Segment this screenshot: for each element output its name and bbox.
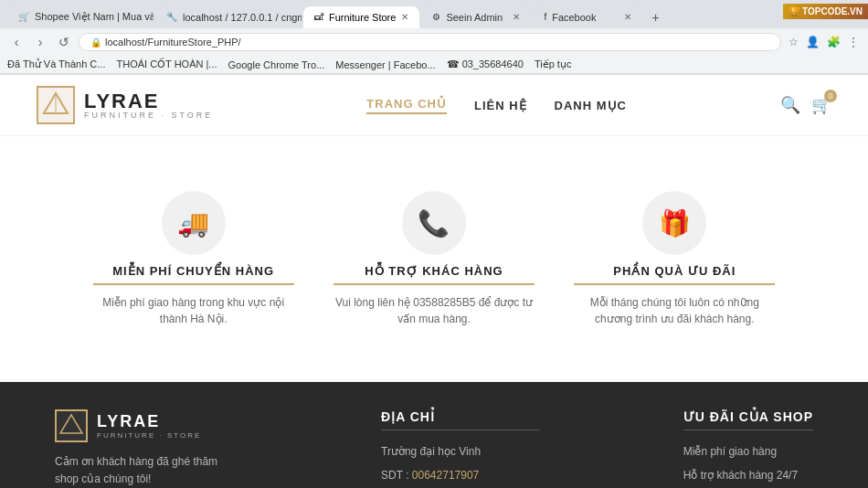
tab-label: localhost / 127.0.0.1 / cngm /... — [183, 12, 302, 23]
header-icons: 🔍 🛒 0 — [780, 95, 831, 115]
feature-gift: 🎁 PHẦN QUÀ ƯU ĐÃI Mỗi tháng chúng tôi lu… — [574, 191, 775, 327]
feature-support-desc: Vui lòng liên hệ 03588285B5 để được tư v… — [333, 294, 535, 327]
tab-furniture[interactable]: 🛋 Furniture Store ✕ — [303, 6, 419, 28]
lock-icon: 🔒 — [90, 37, 101, 48]
feature-shipping-desc: Miễn phí giao hàng trong khu vực nội thà… — [93, 294, 294, 327]
tab-close-facebook[interactable]: ✕ — [624, 12, 631, 22]
bookmark-phone[interactable]: ☎ 03_35684640 — [447, 58, 524, 70]
site-footer: LYRAE FURNITURE · STORE Cảm ơn khách hàn… — [0, 382, 868, 488]
browser-chrome: 🛒 Shopee Việt Nam | Mua và Bá... ✕ 🔧 loc… — [0, 0, 868, 75]
bookmark-chrome[interactable]: Google Chrome Tro... — [228, 59, 325, 70]
feature-support-title: HỖ TRỢ KHÁC HÀNG — [333, 264, 535, 285]
search-icon[interactable]: 🔍 — [780, 95, 800, 115]
support-icon: 📞 — [402, 191, 466, 255]
tab-localhost[interactable]: 🔧 localhost / 127.0.0.1 / cngm /... ✕ — [155, 6, 302, 28]
nav-links: TRANG CHỦ LIÊN HỆ DANH MỤC — [366, 97, 627, 114]
footer-logo-row: LYRAE FURNITURE · STORE — [55, 409, 238, 442]
footer-tagline: Cảm ơn khách hàng đã ghé thăm shop của c… — [55, 453, 238, 488]
nav-lien-he[interactable]: LIÊN HỆ — [474, 99, 527, 112]
footer-brand: LYRAE FURNITURE · STORE Cảm ơn khách hàn… — [55, 409, 238, 488]
logo-icon — [37, 86, 75, 124]
logo-name: LYRAE — [84, 91, 213, 111]
footer-benefit-1: Miễn phí giao hàng — [683, 443, 813, 460]
features-section: 🚚 MIỄN PHÍ CHUYỂN HÀNG Miễn phí giao hàn… — [0, 136, 868, 382]
footer-logo-name: LYRAE — [97, 412, 201, 431]
site-header: LYRAE FURNITURE · STORE TRANG CHỦ LIÊN H… — [0, 75, 868, 136]
feature-shipping: 🚚 MIỄN PHÍ CHUYỂN HÀNG Miễn phí giao hàn… — [93, 191, 294, 327]
footer-benefits-col: ƯU ĐÃI CỦA SHOP Miễn phí giao hàng Hỗ tr… — [683, 409, 813, 488]
footer-address-phone: SDT : 00642717907 — [381, 467, 540, 483]
tab-label: Shopee Việt Nam | Mua và Bá... — [35, 11, 153, 23]
tab-label: Furniture Store — [329, 12, 396, 23]
tab-facebook[interactable]: f Facebook ✕ — [533, 6, 642, 28]
tab-label: Facebook — [552, 12, 596, 23]
address-text: localhost/FurnitureStore_PHP/ — [105, 37, 241, 48]
footer-logo-sub: FURNITURE · STORE — [97, 431, 201, 440]
address-bar-row: ‹ › ↺ 🔒 localhost/FurnitureStore_PHP/ ☆ … — [0, 28, 868, 56]
footer-address-col: ĐỊA CHỈ Trường đại học Vinh SDT : 006427… — [381, 409, 540, 488]
feature-gift-title: PHẦN QUÀ ƯU ĐÃI — [574, 264, 775, 285]
extension-icon[interactable]: 🧩 — [825, 34, 842, 50]
footer-phone-link[interactable]: 00642717907 — [412, 469, 479, 482]
bookmark-thu[interactable]: Đã Thử Và Thành C... — [7, 58, 105, 70]
tab-favicon: 🛒 — [18, 12, 29, 22]
tab-seein[interactable]: ⚙ Seein Admin ✕ — [421, 6, 531, 28]
tab-close-seein[interactable]: ✕ — [513, 12, 520, 22]
nav-danh-muc[interactable]: DANH MỤC — [555, 99, 627, 112]
footer-inner: LYRAE FURNITURE · STORE Cảm ơn khách hàn… — [55, 409, 813, 488]
address-bar[interactable]: 🔒 localhost/FurnitureStore_PHP/ — [79, 33, 781, 51]
feature-support: 📞 HỖ TRỢ KHÁC HÀNG Vui lòng liên hệ 0358… — [333, 191, 535, 327]
bookmark-messenger[interactable]: Messenger | Facebo... — [335, 59, 435, 70]
feature-shipping-title: MIỄN PHÍ CHUYỂN HÀNG — [93, 264, 294, 285]
tab-shopee[interactable]: 🛒 Shopee Việt Nam | Mua và Bá... ✕ — [7, 5, 153, 28]
logo-area: LYRAE FURNITURE · STORE — [37, 86, 213, 124]
refresh-button[interactable]: ↺ — [55, 35, 73, 49]
bookmarks-bar: Đã Thử Và Thành C... THOÁI CỐT HOÀN |...… — [0, 56, 868, 74]
tab-favicon: ⚙ — [432, 12, 440, 22]
topcode-logo-text: 🏆 TOPCODE.VN — [789, 6, 863, 16]
tab-bar: 🛒 Shopee Việt Nam | Mua và Bá... ✕ 🔧 loc… — [0, 0, 868, 28]
website: LYRAE FURNITURE · STORE TRANG CHỦ LIÊN H… — [0, 75, 868, 488]
footer-address-university: Trường đại học Vinh — [381, 443, 540, 460]
shipping-icon: 🚚 — [162, 191, 226, 255]
feature-gift-desc: Mỗi tháng chúng tôi luôn có những chương… — [574, 294, 775, 327]
profile-icon[interactable]: 👤 — [804, 34, 821, 50]
back-button[interactable]: ‹ — [7, 35, 26, 49]
nav-trang-chu[interactable]: TRANG CHỦ — [366, 97, 447, 114]
new-tab-button[interactable]: + — [644, 6, 666, 28]
footer-benefit-2: Hỗ trợ khách hàng 24/7 — [683, 467, 813, 483]
tab-label: Seein Admin — [446, 12, 503, 23]
forward-button[interactable]: › — [31, 35, 49, 49]
bookmark-star-icon[interactable]: ☆ — [787, 34, 800, 50]
menu-icon[interactable]: ⋮ — [846, 34, 861, 50]
gift-icon: 🎁 — [642, 191, 706, 255]
topcode-badge: 🏆 TOPCODE.VN — [783, 4, 868, 19]
tab-favicon: f — [544, 12, 546, 22]
toolbar-icons: ☆ 👤 🧩 ⋮ — [787, 34, 861, 50]
cart-badge: 0 — [824, 90, 837, 102]
footer-benefits-title: ƯU ĐÃI CỦA SHOP — [683, 409, 813, 430]
logo-subtitle: FURNITURE · STORE — [84, 111, 213, 120]
tab-favicon: 🔧 — [166, 12, 177, 22]
cart-icon[interactable]: 🛒 0 — [811, 95, 831, 115]
tab-favicon: 🛋 — [314, 12, 323, 22]
bookmark-thoai[interactable]: THOÁI CỐT HOÀN |... — [116, 58, 217, 70]
tab-close-furniture[interactable]: ✕ — [401, 12, 408, 22]
footer-logo-text: LYRAE FURNITURE · STORE — [97, 412, 201, 440]
footer-logo-icon — [55, 409, 88, 442]
logo-text: LYRAE FURNITURE · STORE — [84, 91, 213, 120]
footer-address-title: ĐỊA CHỈ — [381, 409, 540, 430]
bookmark-tiep[interactable]: Tiếp tục — [535, 58, 572, 70]
